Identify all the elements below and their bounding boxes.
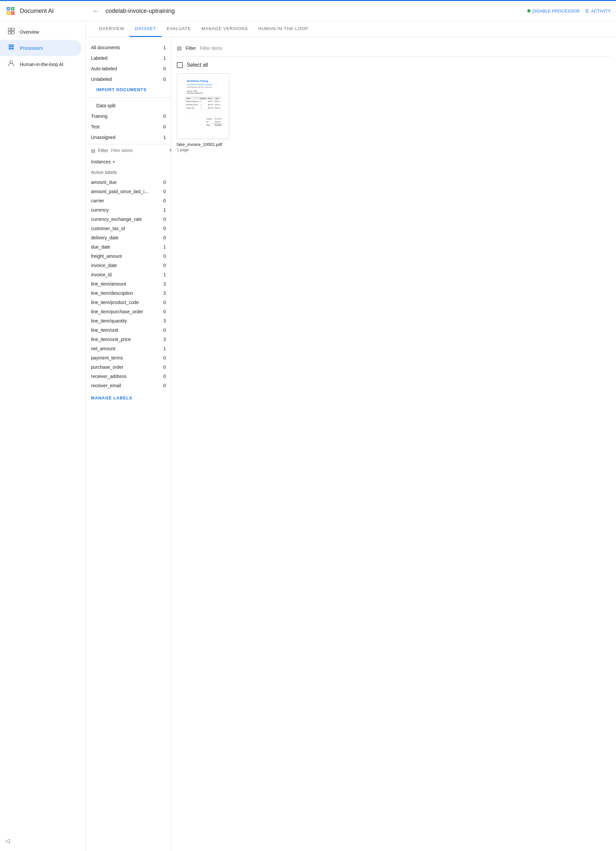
tab-manage-versions[interactable]: MANAGE VERSIONS bbox=[196, 21, 253, 37]
import-documents-button[interactable]: IMPORT DOCUMENTS bbox=[91, 84, 152, 95]
top-bar: Document AI ← codelab-invoice-uptraining… bbox=[0, 0, 616, 21]
svg-text:Due Date: 2000-00-00: Due Date: 2000-00-00 bbox=[187, 92, 203, 94]
label-count: 0 bbox=[160, 355, 166, 361]
sidebar-item-overview[interactable]: Overview bbox=[0, 24, 81, 40]
label-name: line_item/product_code bbox=[91, 300, 139, 305]
sidebar-item-label-human: Human-in-the-loop AI bbox=[20, 62, 63, 67]
label-count: 0 bbox=[160, 198, 166, 203]
filter-small-icon: ▤ bbox=[91, 148, 95, 153]
label-row: payment_terms0 bbox=[86, 353, 171, 362]
instances-dropdown-icon: ▾ bbox=[113, 159, 115, 164]
label-name: carrier bbox=[91, 198, 104, 203]
label-name: line_item/purchase_order bbox=[91, 309, 143, 314]
sidebar-item-processors[interactable]: Processors bbox=[0, 40, 81, 56]
svg-rect-13 bbox=[9, 46, 14, 47]
filter-labels-row: ▤ Filter + bbox=[86, 144, 171, 156]
label-count: 0 bbox=[160, 383, 166, 388]
test-row: Test 0 bbox=[91, 122, 166, 132]
label-count: 0 bbox=[160, 364, 166, 370]
svg-text:$123.00: $123.00 bbox=[215, 121, 220, 123]
label-row: net_amount1 bbox=[86, 344, 171, 353]
disable-processor-button[interactable]: DISABLE PROCESSOR bbox=[527, 9, 580, 14]
label-row: freight_amount0 bbox=[86, 251, 171, 261]
document-thumbnail: McWilliam Piping International Piping Co… bbox=[177, 73, 229, 139]
label-name: amount_due bbox=[91, 180, 117, 185]
label-row: amount_due0 bbox=[86, 177, 171, 187]
activity-button[interactable]: ☰ ACTIVITY bbox=[585, 9, 611, 14]
svg-rect-11 bbox=[12, 32, 14, 34]
svg-text:Item: Item bbox=[187, 98, 190, 99]
unassigned-row: Unassigned 1 bbox=[91, 132, 166, 143]
svg-rect-48 bbox=[185, 113, 221, 116]
label-row: line_item/amount3 bbox=[86, 279, 171, 289]
sidebar-item-label-overview: Overview bbox=[20, 29, 39, 35]
activity-icon: ☰ bbox=[585, 9, 589, 14]
document-pages: 1 page bbox=[177, 147, 229, 152]
back-button[interactable]: ← bbox=[91, 6, 100, 16]
svg-rect-14 bbox=[9, 48, 14, 49]
label-count: 0 bbox=[160, 300, 166, 305]
instances-header[interactable]: Instances ▾ bbox=[86, 156, 171, 167]
right-filter-label: Filter bbox=[186, 45, 196, 51]
filter-labels-input[interactable] bbox=[111, 148, 166, 153]
sidebar-item-human-loop[interactable]: Human-in-the-loop AI bbox=[0, 56, 81, 72]
svg-text:$121.44: $121.44 bbox=[215, 104, 220, 106]
label-row: currency1 bbox=[86, 205, 171, 215]
svg-text:Quantity: Quantity bbox=[200, 98, 206, 99]
label-count: 3 bbox=[160, 290, 166, 296]
tab-evaluate[interactable]: EVALUATE bbox=[162, 21, 196, 37]
collapse-sidebar-button[interactable]: ◁ bbox=[5, 837, 10, 844]
data-split-section: Data split Training 0 Test 0 Unassigned … bbox=[86, 100, 171, 143]
tab-dataset[interactable]: DATASET bbox=[130, 21, 161, 37]
document-card[interactable]: McWilliam Piping International Piping Co… bbox=[177, 73, 229, 152]
svg-text:$1,357.56: $1,357.56 bbox=[215, 125, 222, 126]
label-name: receiver_email bbox=[91, 383, 121, 388]
unlabeled-row: Unlabeled 0 bbox=[91, 74, 166, 84]
label-name: due_date bbox=[91, 244, 110, 250]
document-name: fake_invoice_10001.pdf bbox=[177, 142, 229, 147]
svg-text:Invoice: 10001: Invoice: 10001 bbox=[187, 90, 198, 92]
svg-text:$121.44: $121.44 bbox=[208, 104, 214, 106]
svg-rect-46 bbox=[185, 110, 221, 113]
svg-text:$421.11: $421.11 bbox=[215, 101, 220, 102]
add-filter-button[interactable]: + bbox=[169, 147, 171, 154]
label-count: 0 bbox=[160, 235, 166, 240]
label-row: purchase_order0 bbox=[86, 362, 171, 372]
label-name: line_item/description bbox=[91, 290, 133, 296]
manage-labels-button[interactable]: MANAGE LABELS bbox=[86, 393, 138, 403]
label-count: 1 bbox=[160, 272, 166, 277]
document-counts-section: All documents 1 Labeled 1 Auto-labeled 0… bbox=[86, 42, 171, 95]
select-all-checkbox[interactable] bbox=[177, 62, 183, 68]
svg-rect-6 bbox=[8, 12, 9, 14]
label-count: 0 bbox=[160, 374, 166, 379]
svg-text:ARC Pipe 12 Inch: ARC Pipe 12 Inch bbox=[186, 104, 198, 106]
content-area: OVERVIEW DATASET EVALUATE MANAGE VERSION… bbox=[86, 21, 616, 851]
label-name: freight_amount bbox=[91, 254, 122, 259]
label-row: invoice_date0 bbox=[86, 261, 171, 270]
label-count: 0 bbox=[160, 189, 166, 194]
label-count: 0 bbox=[160, 263, 166, 268]
filter-label: Filter bbox=[98, 148, 108, 153]
select-all-label: Select all bbox=[187, 62, 208, 68]
labeled-row: Labeled 1 bbox=[91, 53, 166, 63]
label-count: 0 bbox=[160, 309, 166, 314]
label-count: 0 bbox=[160, 180, 166, 185]
svg-text:Sub: Sub bbox=[216, 98, 219, 99]
training-row: Training 0 bbox=[91, 111, 166, 122]
label-count: 1 bbox=[160, 346, 166, 351]
labels-list: amount_due0amount_paid_since_last_i...0c… bbox=[86, 177, 171, 390]
svg-text:Price: Price bbox=[208, 98, 212, 99]
svg-text:Subtotal: Subtotal bbox=[207, 118, 212, 120]
label-row: line_item/unit0 bbox=[86, 325, 171, 335]
sidebar: Overview Processors Human-in-the-loop bbox=[0, 21, 86, 851]
svg-rect-7 bbox=[12, 12, 13, 14]
label-count: 3 bbox=[160, 318, 166, 323]
label-name: net_amount bbox=[91, 346, 115, 351]
label-row: line_item/description3 bbox=[86, 289, 171, 298]
label-count: 3 bbox=[160, 337, 166, 342]
tab-overview[interactable]: OVERVIEW bbox=[94, 21, 130, 37]
human-loop-icon bbox=[8, 60, 15, 68]
left-panel: All documents 1 Labeled 1 Auto-labeled 0… bbox=[86, 37, 171, 851]
filter-items-text: Filter items bbox=[200, 45, 222, 51]
tab-human-in-loop[interactable]: HUMAN-IN-THE-LOOP bbox=[253, 21, 313, 37]
